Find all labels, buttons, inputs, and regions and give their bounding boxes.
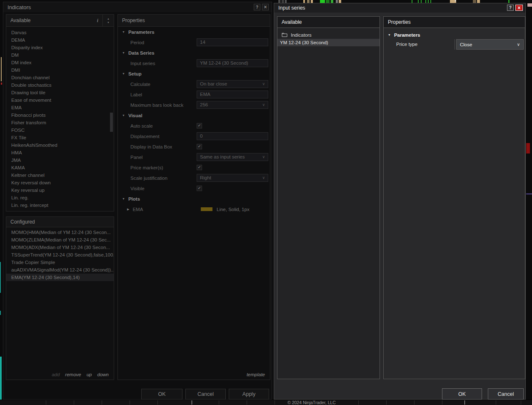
scrollbar-thumb[interactable] [110, 113, 113, 132]
list-scroll-spinner[interactable]: ▲ ▼ [103, 15, 114, 27]
property-label: Maximum bars look back [118, 103, 197, 108]
up-link[interactable]: up [87, 372, 92, 377]
configured-indicator-item[interactable]: Trade Copier Simple [6, 259, 114, 266]
input-label[interactable]: EMA [197, 91, 268, 98]
info-icon[interactable]: i [92, 17, 102, 24]
property-row-displacement: Displacement0 [118, 131, 270, 141]
property-label: ▶EMA [118, 207, 197, 212]
configured-indicator-item[interactable]: auADXVMASignalMod(YM 12-24 (30 Second)).… [6, 266, 114, 274]
configured-indicator-item[interactable]: MOMO(ADX(Median of YM 12-24 (30 Secon... [6, 244, 114, 251]
expand-icon[interactable]: ▶ [127, 208, 129, 211]
collapse-icon: ▼ [122, 72, 125, 75]
group-label: Data Series [128, 50, 155, 55]
help-button[interactable]: ? [507, 5, 514, 11]
configured-indicator-item[interactable]: MOMO(HMA(Median of YM 12-24 (30 Secon... [6, 229, 114, 236]
property-label: Visible [118, 186, 197, 191]
available-indicator-item[interactable]: KAMA [6, 164, 114, 171]
available-indicator-item[interactable]: DM index [6, 59, 114, 66]
property-group-setup[interactable]: ▼Setup [118, 68, 270, 79]
available-indicator-item[interactable]: DEMA [6, 36, 114, 44]
help-button[interactable]: ? [254, 4, 260, 10]
input-available-header: Available [277, 17, 380, 28]
checkbox-auto-scale[interactable]: ✔ [197, 123, 202, 128]
available-indicator-item[interactable]: Key reversal down [6, 179, 114, 186]
chart-candle-mark [412, 0, 412, 3]
available-indicator-item[interactable]: Lin. reg. intercept [6, 201, 114, 209]
available-indicator-item[interactable]: FX Tile [6, 134, 114, 141]
chart-candle-mark [0, 311, 1, 315]
indicators-folder-item[interactable]: Indicators [277, 31, 380, 39]
input-displacement[interactable]: 0 [197, 132, 268, 140]
chart-candle-mark [477, 0, 480, 3]
input-input-series[interactable]: YM 12-24 (30 Second) [197, 59, 268, 67]
axis-tick-bright [465, 400, 465, 405]
property-group-plots[interactable]: ▼Plots [118, 194, 270, 204]
available-indicator-item[interactable]: DM [6, 51, 114, 59]
ok-button[interactable]: OK [442, 388, 482, 400]
template-link[interactable]: template [247, 372, 265, 377]
chart-candle-mark [0, 262, 1, 293]
checkbox-price-marker-s[interactable]: ✔ [197, 165, 202, 170]
properties-panel: Properties ▼ParametersPeriod14▼Data Seri… [117, 14, 270, 380]
parameters-group[interactable]: ▼ Parameters [384, 31, 525, 38]
configured-indicator-item[interactable]: TSSuperTrend(YM 12-24 (30 Second),false,… [6, 251, 114, 259]
down-link[interactable]: down [97, 372, 109, 377]
spinner-up-icon[interactable]: ▲ [107, 18, 110, 20]
select-calculate[interactable]: On bar close∨ [197, 80, 268, 88]
available-indicator-item[interactable]: JMA [6, 156, 114, 164]
indicators-titlebar[interactable]: Indicators [3, 2, 272, 12]
property-group-data-series[interactable]: ▼Data Series [118, 48, 270, 58]
close-button[interactable]: × [262, 4, 269, 10]
available-indicator-item[interactable]: Key reversal up [6, 186, 114, 194]
axis-tick [74, 400, 74, 405]
chart-candle-mark [1, 83, 2, 85]
configured-indicator-item[interactable]: MOMO(ZLEMA(Median of YM 12-24 (30 Sec... [6, 236, 114, 244]
folder-icon [282, 33, 287, 37]
configured-indicator-item[interactable]: EMA(YM 12-24 (30 Second),14) [6, 274, 114, 281]
available-indicator-item[interactable]: Keltner channel [6, 171, 114, 179]
group-label: Setup [128, 71, 142, 76]
price-type-select[interactable]: Close ∨ [456, 39, 524, 50]
remove-link[interactable]: remove [65, 372, 81, 377]
select-panel[interactable]: Same as input series∨ [197, 153, 268, 161]
ok-button[interactable]: OK [141, 389, 182, 400]
available-indicator-item[interactable]: DMI [6, 66, 114, 74]
available-indicator-item[interactable]: Drawing tool tile [6, 89, 114, 96]
cancel-button[interactable]: Cancel [185, 389, 226, 400]
available-indicator-item[interactable]: Fisher transform [6, 119, 114, 126]
collapse-icon: ▼ [122, 197, 125, 200]
available-indicator-item[interactable]: HMA [6, 149, 114, 156]
configured-header: Configured [6, 217, 114, 227]
property-group-parameters[interactable]: ▼Parameters [118, 27, 270, 37]
available-indicator-item[interactable]: Fibonacci pivots [6, 111, 114, 119]
input-series-titlebar[interactable]: Input series [274, 3, 525, 13]
available-indicator-item[interactable]: FOSC [6, 126, 114, 134]
chart-candle-mark [336, 0, 338, 3]
chart-candle-mark [320, 0, 325, 3]
plot-color-swatch[interactable] [201, 207, 212, 211]
available-indicator-item[interactable]: Donchian channel [6, 74, 114, 81]
spinner-down-icon[interactable]: ▼ [107, 21, 110, 24]
select-maximum-bars-look-back[interactable]: 256∨ [197, 101, 268, 109]
property-label: Input series [118, 61, 197, 66]
available-indicator-item[interactable]: Darvas [6, 29, 114, 36]
axis-tick [521, 400, 521, 405]
available-indicator-item[interactable]: EMA [6, 104, 114, 111]
checkbox-display-in-data-box[interactable]: ✔ [197, 144, 202, 149]
close-button[interactable]: × [515, 5, 523, 11]
available-indicator-item[interactable]: Disparity index [6, 44, 114, 51]
checkbox-visible[interactable]: ✔ [197, 186, 202, 191]
available-indicator-item[interactable]: Double stochastics [6, 81, 114, 89]
property-group-visual[interactable]: ▼Visual [118, 110, 270, 121]
series-item-selected[interactable]: YM 12-24 (30 Second) [277, 39, 380, 46]
property-row-visible: Visible✔ [118, 183, 270, 194]
apply-button[interactable]: Apply [229, 389, 269, 400]
cancel-button[interactable]: Cancel [488, 388, 524, 400]
add-link[interactable]: add [52, 372, 60, 377]
chart-candle-mark [430, 0, 431, 3]
available-indicator-item[interactable]: Lin. reg. [6, 194, 114, 201]
input-period[interactable]: 14 [197, 38, 268, 46]
available-indicator-item[interactable]: HeikenAshiSmoothed [6, 141, 114, 149]
select-scale-justification[interactable]: Right∨ [197, 174, 268, 182]
available-indicator-item[interactable]: Ease of movement [6, 96, 114, 104]
